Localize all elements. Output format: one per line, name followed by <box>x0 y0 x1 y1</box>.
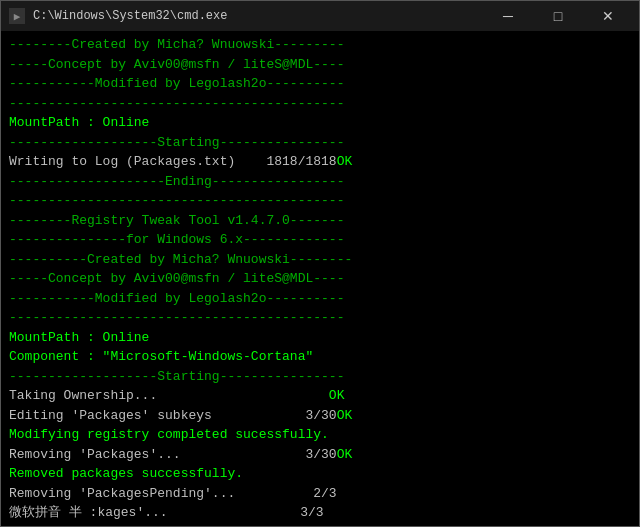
terminal-line: MountPath : Online <box>9 113 631 133</box>
window-icon: ▶ <box>9 8 25 24</box>
terminal-line: Removing 'PackagesPending'... 2/3 <box>9 484 631 504</box>
terminal-line: ----------------------------------------… <box>9 308 631 328</box>
window-title: C:\Windows\System32\cmd.exe <box>33 9 485 23</box>
minimize-button[interactable]: ─ <box>485 1 531 31</box>
terminal-line: ----------------------------------------… <box>9 94 631 114</box>
window-controls: ─ □ ✕ <box>485 1 631 31</box>
titlebar: ▶ C:\Windows\System32\cmd.exe ─ □ ✕ <box>1 1 639 31</box>
terminal-line: 微软拼音 半 :kages'... 3/3 <box>9 503 631 523</box>
terminal-line: --------------------Ending--------------… <box>9 172 631 192</box>
cmd-window: ▶ C:\Windows\System32\cmd.exe ─ □ ✕ ----… <box>0 0 640 527</box>
terminal-line: -----Concept by Aviv00@msfn / liteS@MDL-… <box>9 55 631 75</box>
terminal-line: Modifying registry completed sucessfully… <box>9 425 631 445</box>
terminal-line: ----------------------------------------… <box>9 191 631 211</box>
terminal-line: --------Registry Tweak Tool v1.4.7.0----… <box>9 211 631 231</box>
terminal-line: Removed packages successfully. <box>9 464 631 484</box>
terminal-line: ----------Created by Micha? Wnuowski----… <box>9 250 631 270</box>
terminal-line: MountPath : Online <box>9 328 631 348</box>
terminal-content: --------Created by Micha? Wnuowski------… <box>1 31 639 526</box>
terminal-line: -----Concept by Aviv00@msfn / liteS@MDL-… <box>9 269 631 289</box>
terminal-line: Removing 'Packages'... 3/30OK <box>9 445 631 465</box>
terminal-line: -------------------Starting-------------… <box>9 133 631 153</box>
terminal-line: Component : "Microsoft-Windows-Cortana" <box>9 347 631 367</box>
maximize-button[interactable]: □ <box>535 1 581 31</box>
terminal-line: ---------------for Windows 6.x----------… <box>9 230 631 250</box>
close-button[interactable]: ✕ <box>585 1 631 31</box>
terminal-line: --------Created by Micha? Wnuowski------… <box>9 35 631 55</box>
terminal-line: Writing to Log (Packages.txt) 1818/1818O… <box>9 152 631 172</box>
terminal-line: Editing 'Packages' subkeys 3/30OK <box>9 406 631 426</box>
terminal-line: -----------Modified by Legolash2o-------… <box>9 289 631 309</box>
terminal-line: -------------------Starting-------------… <box>9 367 631 387</box>
terminal-line: Taking Ownership... OK <box>9 386 631 406</box>
terminal-line: -----------Modified by Legolash2o-------… <box>9 74 631 94</box>
